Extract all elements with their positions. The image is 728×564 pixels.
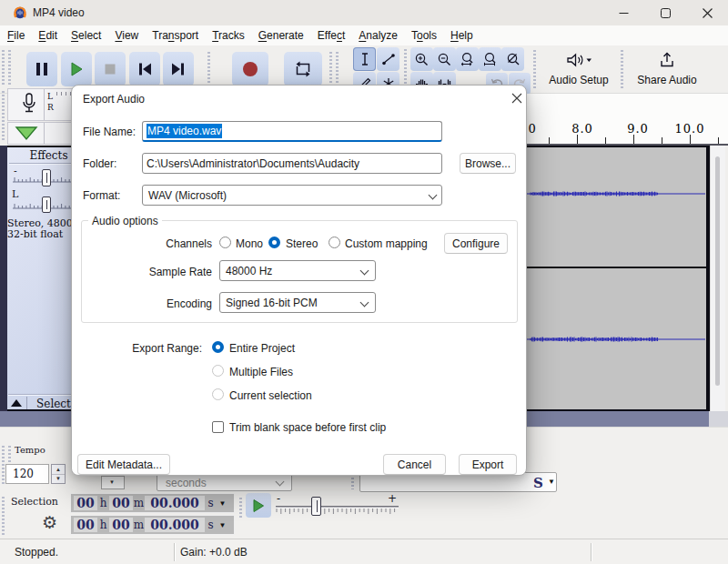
window-title: MP4 video: [33, 6, 85, 19]
pause-button[interactable]: [26, 52, 57, 86]
play-button[interactable]: [61, 52, 92, 86]
tempo-spinner[interactable]: ▲ ▼: [51, 464, 66, 484]
edit-metadata-button[interactable]: Edit Metadata...: [77, 454, 170, 475]
time-digits[interactable]: 00: [74, 518, 97, 532]
envelope-tool-button[interactable]: [377, 47, 399, 71]
time-unit[interactable]: s: [205, 495, 217, 511]
range-current-selection-radio[interactable]: [212, 388, 224, 400]
toolbar-grip[interactable]: [2, 50, 5, 86]
menu-edit[interactable]: Edit: [32, 27, 65, 45]
time-digits[interactable]: 00: [109, 496, 133, 510]
minimize-button[interactable]: [602, 0, 644, 25]
menu-tracks[interactable]: Tracks: [206, 27, 252, 45]
close-button[interactable]: [686, 0, 728, 25]
toolbar-grip[interactable]: [621, 50, 623, 90]
zoom-out-button[interactable]: [433, 47, 456, 71]
selection-label: Selection: [11, 496, 58, 508]
selection-settings-gear-icon[interactable]: ⚙: [42, 514, 57, 531]
spinner-up-icon[interactable]: ▲: [52, 465, 65, 475]
meter-grip[interactable]: [2, 91, 5, 142]
time-unit[interactable]: s: [205, 517, 217, 533]
skip-to-end-button[interactable]: [163, 52, 194, 86]
speed-slider-thumb[interactable]: [311, 497, 321, 516]
toolbar-grip[interactable]: [336, 52, 339, 86]
pan-slider-thumb[interactable]: [42, 196, 51, 213]
zoom-in-icon: [414, 52, 430, 67]
audio-setup-button[interactable]: Audio Setup: [541, 47, 617, 91]
range-entire-project-radio[interactable]: [212, 341, 224, 353]
share-audio-button[interactable]: Share Audio: [628, 47, 706, 91]
dropdown-arrow-icon[interactable]: ▼: [217, 517, 228, 533]
gain-slider-thumb[interactable]: [42, 169, 51, 186]
tempo-value-box[interactable]: 120: [5, 464, 49, 484]
time-digits[interactable]: 00.000: [145, 518, 205, 532]
configure-button[interactable]: Configure: [444, 233, 508, 254]
vertical-scrollbar-thumb[interactable]: [715, 156, 720, 386]
export-button[interactable]: Export: [459, 454, 517, 475]
snap-to-combo[interactable]: seconds: [157, 473, 292, 491]
range-multiple-files-radio[interactable]: [212, 365, 224, 377]
menu-file[interactable]: File: [7, 27, 32, 45]
menu-analyze[interactable]: Analyze: [352, 27, 405, 45]
microphone-icon: [19, 92, 39, 117]
time-digits[interactable]: 00.000: [145, 496, 205, 510]
browse-button[interactable]: Browse...: [460, 153, 516, 174]
time-unit[interactable]: h: [97, 517, 109, 533]
dropdown-arrow-icon[interactable]: ▼: [217, 495, 228, 511]
skip-to-start-button[interactable]: [129, 52, 160, 86]
file-name-input[interactable]: MP4 video.wav: [142, 121, 442, 142]
toolbar-grip[interactable]: [351, 478, 354, 489]
menu-generate[interactable]: Generate: [251, 27, 310, 45]
time-digits[interactable]: 00: [109, 518, 133, 532]
menu-view[interactable]: View: [108, 27, 146, 45]
channels-mono-radio[interactable]: [219, 237, 231, 248]
menu-effect[interactable]: Effect: [310, 27, 351, 45]
channels-stereo-radio[interactable]: [268, 237, 280, 248]
toolbar-grip[interactable]: [239, 498, 242, 519]
range-multiple-files-label: Multiple Files: [229, 366, 293, 378]
time-unit[interactable]: h: [97, 495, 109, 511]
format-value: WAV (Microsoft): [148, 189, 227, 202]
menu-select[interactable]: Select: [65, 27, 108, 45]
zoom-in-button[interactable]: [410, 47, 433, 71]
toolbar-grip[interactable]: [329, 52, 332, 86]
cancel-button[interactable]: Cancel: [383, 454, 446, 475]
menu-transport[interactable]: Transport: [146, 27, 206, 45]
stop-button[interactable]: [95, 52, 126, 86]
zoom-project-button[interactable]: [479, 47, 501, 71]
toolbar-grip[interactable]: [2, 497, 5, 535]
trim-blank-space-checkbox[interactable]: [212, 421, 224, 433]
selection-start-time[interactable]: 00h00m00.000s▼: [70, 493, 235, 513]
time-digits[interactable]: 00: [74, 496, 97, 510]
toolbar-grip[interactable]: [207, 52, 210, 86]
toolbar-grip[interactable]: [533, 50, 536, 90]
play-at-speed-button[interactable]: [246, 493, 271, 518]
zoom-selection-button[interactable]: [456, 47, 479, 71]
menu-tools[interactable]: Tools: [404, 27, 443, 45]
sample-rate-select[interactable]: 48000 Hz: [219, 260, 376, 281]
time-signature-spinner-fragment[interactable]: ▼: [101, 476, 125, 489]
selection-end-time[interactable]: 00h00m00.000s▼: [70, 515, 235, 535]
collapse-track-button[interactable]: [11, 399, 22, 407]
spinner-down-icon[interactable]: ▼: [52, 475, 65, 484]
selection-tool-button[interactable]: [353, 47, 376, 71]
toolbar-grip[interactable]: [8, 50, 11, 86]
sample-rate-label: Sample Rate: [126, 266, 212, 278]
time-unit[interactable]: m: [133, 495, 145, 511]
channels-custom-radio[interactable]: [329, 237, 340, 248]
skip-to-end-icon: [169, 60, 187, 78]
menu-help[interactable]: Help: [444, 27, 480, 45]
maximize-button[interactable]: [644, 0, 686, 25]
share-audio-label: Share Audio: [637, 74, 696, 86]
toolbar-grip[interactable]: [2, 446, 5, 486]
time-unit[interactable]: m: [133, 517, 145, 533]
format-select[interactable]: WAV (Microsoft): [142, 185, 442, 206]
folder-input[interactable]: C:\Users\Administrator\Documents\Audacit…: [142, 153, 442, 174]
meter-left-label: L: [47, 92, 53, 101]
loop-button[interactable]: [284, 52, 322, 86]
record-button[interactable]: [232, 52, 268, 86]
dropdown-arrow-icon[interactable]: ▼: [548, 478, 555, 486]
encoding-select[interactable]: Signed 16-bit PCM: [219, 292, 376, 313]
zoom-toggle-button[interactable]: [501, 47, 524, 71]
dialog-close-button[interactable]: [506, 87, 528, 109]
